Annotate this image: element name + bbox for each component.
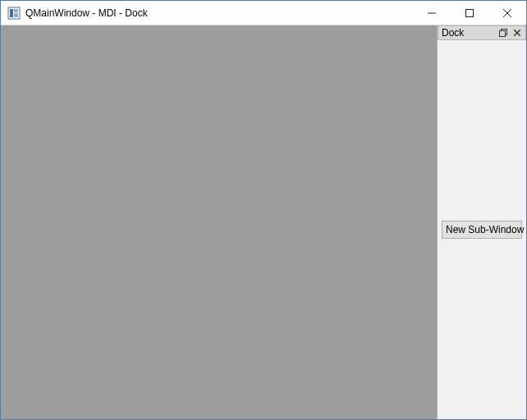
dock-title: Dock: [442, 27, 496, 39]
svg-rect-2: [14, 9, 18, 12]
dock-panel: Dock New Sub-Window: [438, 25, 526, 419]
dock-body: New Sub-Window: [438, 40, 526, 419]
title-bar: QMainWindow - MDI - Dock: [1, 1, 526, 25]
dock-close-button[interactable]: [511, 27, 524, 39]
minimize-button[interactable]: [413, 1, 451, 25]
new-sub-window-button[interactable]: New Sub-Window: [442, 221, 522, 239]
svg-rect-9: [500, 31, 506, 37]
dock-float-button[interactable]: [497, 27, 510, 39]
dock-header[interactable]: Dock: [438, 25, 526, 40]
window-title: QMainWindow - MDI - Dock: [25, 7, 413, 19]
svg-rect-5: [466, 9, 474, 16]
maximize-button[interactable]: [451, 1, 488, 25]
mdi-area[interactable]: [1, 25, 438, 419]
client-area: Dock New Sub-Window: [1, 25, 526, 419]
window-controls: [413, 1, 526, 25]
app-icon: [7, 7, 21, 20]
svg-rect-1: [10, 9, 13, 17]
close-button[interactable]: [488, 1, 526, 25]
svg-rect-3: [14, 13, 18, 17]
